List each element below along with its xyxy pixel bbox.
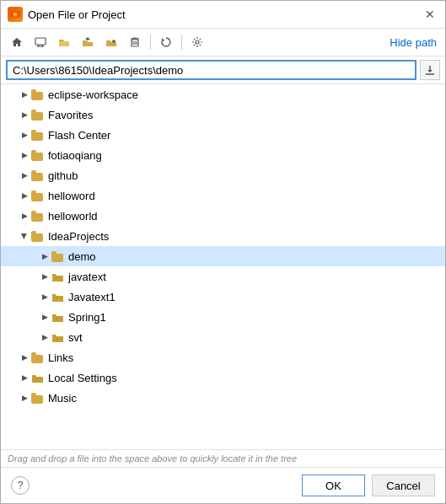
svg-text:↗: ↗: [35, 376, 39, 381]
folder-icon-links: [31, 351, 45, 364]
tree-item-svt[interactable]: ▶ ◂ svt: [1, 327, 445, 347]
folder-icon-helloword: [31, 189, 45, 202]
item-label-svt: svt: [68, 331, 83, 344]
tree-item-links[interactable]: ▶ Links: [1, 347, 445, 367]
toolbar-separator-1: [150, 35, 151, 50]
svg-marker-7: [85, 37, 90, 40]
ok-button[interactable]: OK: [302, 475, 365, 496]
toolbar: Hide path: [1, 29, 445, 56]
tree-item-demo[interactable]: ▶ demo: [1, 246, 445, 266]
tree-item-github[interactable]: ▶ github: [1, 165, 445, 185]
folder-icon-flash-center: [31, 128, 45, 142]
svg-rect-2: [35, 38, 46, 45]
folder-icon-helloworld: [31, 209, 45, 223]
expand-arrow: ▶: [38, 330, 51, 344]
svg-point-16: [196, 40, 199, 44]
status-text: Drag and drop a file into the space abov…: [8, 453, 297, 464]
folder-browse-btn[interactable]: [53, 32, 75, 52]
folder-icon-spring1: ◂: [51, 310, 65, 324]
item-label-music: Music: [48, 392, 77, 405]
tree-item-flash-center[interactable]: ▶ Flash Center: [1, 125, 445, 145]
expand-arrow: ▶: [38, 270, 51, 283]
expand-arrow: ▶: [18, 128, 31, 142]
item-label-fotiaoqiang: fotiaoqiang: [48, 149, 102, 162]
item-label-javatext1: Javatext1: [68, 291, 116, 303]
expand-arrow: ▶: [18, 108, 31, 121]
dialog-title: Open File or Project: [28, 8, 422, 21]
folder-icon-ideaprojects: [31, 229, 45, 243]
item-label-eclipse-workspace: eclipse-workspace: [48, 88, 138, 101]
app-icon: [8, 7, 23, 22]
expand-arrow-open: ▶: [18, 229, 31, 243]
expand-arrow: ▶: [38, 310, 51, 324]
svg-point-1: [13, 13, 18, 17]
home-btn[interactable]: [6, 32, 28, 52]
item-label-spring1: Spring1: [68, 311, 106, 324]
item-label-ideaprojects: IdeaProjects: [48, 230, 109, 243]
tree-item-javatext[interactable]: ▶ ◂ javatext: [1, 266, 445, 287]
monitor-btn[interactable]: [30, 32, 51, 52]
path-bar: [1, 56, 445, 84]
folder-icon-svt: ◂: [51, 330, 65, 344]
expand-arrow: ▶: [18, 148, 31, 162]
title-bar: Open File or Project ✕: [1, 1, 445, 29]
delete-btn[interactable]: [124, 32, 146, 52]
status-bar: Drag and drop a file into the space abov…: [1, 450, 445, 468]
expand-arrow: ▶: [18, 371, 31, 384]
item-label-demo: demo: [68, 250, 96, 263]
tree-item-fotiaoqiang[interactable]: ▶ fotiaoqiang: [1, 145, 445, 165]
tree-item-spring1[interactable]: ▶ ◂ Spring1: [1, 307, 445, 327]
folder-icon-github: [31, 169, 45, 182]
tree-item-ideaprojects[interactable]: ▶ IdeaProjects: [1, 226, 445, 246]
tree-item-local-settings[interactable]: ▶ ↗ Local Settings: [1, 367, 445, 388]
folder-icon-demo: [51, 249, 65, 263]
expand-arrow: ▶: [18, 391, 31, 405]
svg-text:◂: ◂: [56, 335, 58, 340]
tree-item-eclipse-workspace[interactable]: ▶ eclipse-workspace: [1, 84, 445, 105]
cancel-button[interactable]: Cancel: [372, 475, 435, 496]
expand-arrow: ▶: [18, 209, 31, 223]
item-label-favorites: Favorites: [48, 109, 93, 121]
item-label-javatext: javatext: [68, 271, 106, 283]
folder-icon-javatext: ◂: [51, 270, 65, 283]
tree-item-helloworld[interactable]: ▶ helloworld: [1, 206, 445, 226]
item-label-local-settings: Local Settings: [48, 372, 117, 384]
expand-arrow: ▶: [18, 169, 31, 182]
close-button[interactable]: ✕: [422, 6, 438, 23]
tree-item-javatext1[interactable]: ▶ ◂ Javatext1: [1, 287, 445, 307]
tree-item-music[interactable]: ▶ Music: [1, 388, 445, 408]
path-input[interactable]: [6, 60, 416, 80]
expand-arrow: ▶: [18, 351, 31, 364]
item-label-flash-center: Flash Center: [48, 129, 110, 142]
svg-text:◂: ◂: [56, 295, 58, 300]
folder-icon-favorites: [31, 108, 45, 121]
file-tree[interactable]: ▶ eclipse-workspace ▶ Favorites ▶ Flash …: [1, 84, 445, 450]
folder-icon-fotiaoqiang: [31, 148, 45, 162]
expand-arrow: ▶: [38, 290, 51, 303]
folder-icon-music: [31, 391, 45, 405]
path-download-btn[interactable]: [420, 60, 440, 80]
item-label-helloword: helloword: [48, 190, 95, 202]
item-label-helloworld: helloworld: [48, 210, 98, 223]
refresh-btn[interactable]: [155, 32, 177, 52]
expand-arrow: ▶: [18, 189, 31, 202]
new-folder-btn[interactable]: [100, 32, 122, 52]
folder-icon-eclipse-workspace: [31, 88, 45, 101]
expand-arrow: ▶: [18, 88, 31, 101]
settings-btn[interactable]: [186, 32, 208, 52]
expand-arrow: ▶: [38, 249, 51, 263]
svg-text:◂: ◂: [56, 275, 58, 280]
folder-icon-javatext1: ◂: [51, 290, 65, 303]
item-label-github: github: [48, 169, 78, 182]
tree-item-favorites[interactable]: ▶ Favorites: [1, 105, 445, 125]
item-label-links: Links: [48, 351, 73, 364]
svg-text:◂: ◂: [56, 315, 58, 320]
footer: ? OK Cancel: [1, 468, 445, 503]
toolbar-separator-2: [181, 35, 182, 50]
hide-path-button[interactable]: Hide path: [386, 35, 440, 51]
svg-marker-15: [162, 38, 165, 41]
open-file-dialog: Open File or Project ✕: [0, 0, 446, 504]
folder-up-btn[interactable]: [77, 32, 99, 52]
help-button[interactable]: ?: [11, 476, 30, 495]
tree-item-helloword[interactable]: ▶ helloword: [1, 185, 445, 206]
